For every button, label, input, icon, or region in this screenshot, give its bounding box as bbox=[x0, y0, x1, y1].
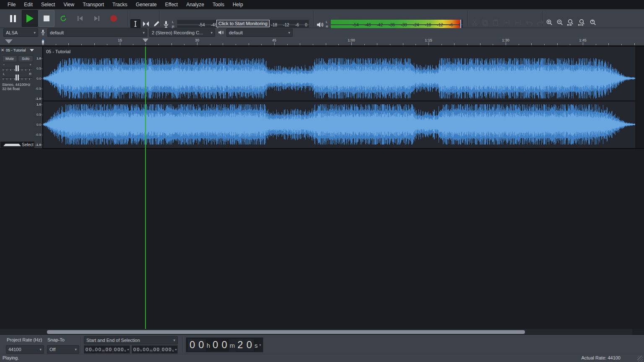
time-format-chevron[interactable]: ▾ bbox=[175, 348, 177, 352]
time-format-chevron[interactable]: ▾ bbox=[127, 348, 129, 352]
redo-icon[interactable] bbox=[537, 19, 544, 26]
time-unit[interactable]: m bbox=[149, 348, 153, 353]
time-digit[interactable]: 0 bbox=[143, 347, 146, 352]
track-close-icon[interactable]: ✕ bbox=[1, 48, 6, 52]
project-rate-label: Project Rate (Hz) bbox=[7, 337, 42, 342]
play-button[interactable] bbox=[22, 10, 38, 27]
time-digit[interactable]: 2 bbox=[236, 339, 244, 351]
track-menu-icon[interactable] bbox=[30, 49, 34, 52]
cut-icon[interactable] bbox=[471, 19, 478, 26]
zoom-toggle-icon[interactable] bbox=[589, 19, 597, 26]
fit-selection-icon[interactable] bbox=[567, 19, 575, 26]
selection-end-field[interactable]: 00h00m00.000s▾ bbox=[132, 345, 178, 354]
time-unit[interactable]: h bbox=[206, 339, 211, 352]
solo-button[interactable]: Solo bbox=[18, 55, 33, 62]
time-digit[interactable]: 0 bbox=[188, 339, 197, 351]
menu-edit[interactable]: Edit bbox=[20, 0, 37, 9]
time-digit[interactable]: 0 bbox=[211, 339, 220, 351]
track-title[interactable]: 05 - Tutorial bbox=[6, 48, 30, 52]
silence-audio-icon[interactable] bbox=[514, 19, 522, 26]
stop-button[interactable] bbox=[39, 10, 55, 27]
fit-project-icon[interactable] bbox=[578, 19, 586, 26]
ruler-tick bbox=[454, 43, 454, 45]
time-digit[interactable]: 0 bbox=[114, 347, 117, 352]
waveform-canvas[interactable] bbox=[43, 47, 635, 148]
record-button[interactable] bbox=[106, 10, 122, 27]
track-control-panel[interactable]: ✕ 05 - Tutorial Mute Solo −+ LR Stereo, … bbox=[0, 47, 35, 148]
time-digit[interactable]: 0 bbox=[88, 347, 92, 352]
menu-tracks[interactable]: Tracks bbox=[108, 0, 132, 9]
project-rate-dropdown[interactable]: 44100▾ bbox=[6, 345, 44, 354]
time-digit[interactable]: 0 bbox=[133, 347, 136, 352]
menu-help[interactable]: Help bbox=[229, 0, 247, 9]
time-unit[interactable]: m bbox=[101, 348, 105, 353]
snap-to-dropdown[interactable]: Off▾ bbox=[47, 345, 79, 354]
time-digit[interactable]: 0 bbox=[120, 347, 124, 352]
zoom-in-icon[interactable] bbox=[546, 19, 553, 26]
selection-start-field[interactable]: 00h00m00.000s▾ bbox=[84, 345, 130, 354]
menu-select[interactable]: Select bbox=[37, 0, 59, 9]
time-digit[interactable]: 0 bbox=[136, 347, 140, 352]
pan-slider-thumb[interactable] bbox=[16, 75, 19, 80]
pause-button[interactable] bbox=[5, 10, 21, 27]
menu-tools[interactable]: Tools bbox=[208, 0, 229, 9]
playhead-triangle[interactable] bbox=[143, 39, 148, 42]
mute-button[interactable]: Mute bbox=[2, 55, 17, 62]
time-digit[interactable]: 0 bbox=[98, 347, 101, 352]
time-unit[interactable]: s bbox=[254, 339, 259, 352]
skip-to-end-button[interactable] bbox=[89, 10, 105, 27]
audio-host-dropdown[interactable]: ALSA▾ bbox=[3, 28, 38, 37]
skip-to-start-button[interactable] bbox=[72, 10, 88, 27]
timeline-ruler[interactable]: 1530451:001:151:301:45 bbox=[0, 38, 644, 46]
trim-audio-icon[interactable] bbox=[503, 19, 510, 26]
pan-slider[interactable]: LR bbox=[2, 73, 32, 80]
selection-tool-button[interactable] bbox=[130, 19, 140, 28]
time-unit[interactable]: s bbox=[124, 348, 126, 353]
gain-slider[interactable]: −+ bbox=[2, 64, 32, 71]
menu-generate[interactable]: Generate bbox=[132, 0, 161, 9]
scrollbar-thumb[interactable] bbox=[47, 330, 525, 334]
monitoring-tooltip[interactable]: Click to Start Monitoring bbox=[216, 20, 270, 27]
horizontal-scrollbar[interactable] bbox=[0, 329, 644, 335]
vertical-scale-ruler[interactable]: 1.00.50.0-0.5-1.01.00.50.0-0.5-1.0 bbox=[35, 47, 43, 148]
collapse-icon[interactable] bbox=[3, 144, 21, 146]
time-digit[interactable]: 0 bbox=[146, 347, 149, 352]
time-digit[interactable]: 0 bbox=[168, 347, 171, 352]
time-digit[interactable]: 0 bbox=[161, 347, 165, 352]
time-unit[interactable]: s bbox=[171, 348, 174, 353]
recording-channels-dropdown[interactable]: 2 (Stereo) Recording C...▾ bbox=[149, 28, 215, 37]
menu-view[interactable]: View bbox=[59, 0, 78, 9]
time-digit[interactable]: 0 bbox=[153, 347, 156, 352]
recording-device-dropdown[interactable]: default▾ bbox=[47, 28, 147, 37]
menu-effect[interactable]: Effect bbox=[161, 0, 182, 9]
playback-device-dropdown[interactable]: default▾ bbox=[226, 28, 293, 37]
time-digit[interactable]: 0 bbox=[95, 347, 98, 352]
menu-transport[interactable]: Transport bbox=[78, 0, 108, 9]
time-digit[interactable]: 0 bbox=[117, 347, 120, 352]
envelope-tool-button[interactable] bbox=[141, 19, 151, 28]
time-digit[interactable]: 0 bbox=[105, 347, 109, 352]
selection-mode-dropdown[interactable]: Start and End of Selection▾ bbox=[84, 336, 178, 344]
time-format-chevron[interactable]: ▾ bbox=[260, 343, 261, 347]
gain-slider-thumb[interactable] bbox=[16, 65, 19, 71]
time-digit[interactable]: 0 bbox=[165, 347, 168, 352]
zoom-out-icon[interactable] bbox=[556, 19, 564, 26]
time-digit[interactable]: 0 bbox=[197, 339, 205, 351]
audio-position-counter[interactable]: 00h00m20s▾ bbox=[186, 337, 263, 352]
time-digit[interactable]: 0 bbox=[156, 347, 160, 352]
time-digit[interactable]: 0 bbox=[245, 339, 254, 351]
copy-icon[interactable] bbox=[482, 19, 488, 26]
time-digit[interactable]: 0 bbox=[85, 347, 88, 352]
undo-icon[interactable] bbox=[525, 19, 533, 26]
draw-tool-button[interactable] bbox=[151, 19, 161, 28]
menu-file[interactable]: File bbox=[3, 0, 20, 9]
loop-button[interactable] bbox=[55, 10, 71, 27]
time-digit[interactable]: 0 bbox=[220, 339, 229, 351]
pinned-playhead-toggle[interactable] bbox=[5, 39, 13, 44]
track-select-bar[interactable]: Select bbox=[0, 142, 34, 148]
resize-grip[interactable] bbox=[637, 356, 643, 362]
menu-analyze[interactable]: Analyze bbox=[182, 0, 208, 9]
time-digit[interactable]: 0 bbox=[109, 347, 112, 352]
paste-icon[interactable] bbox=[492, 19, 499, 26]
time-unit[interactable]: m bbox=[229, 339, 236, 352]
